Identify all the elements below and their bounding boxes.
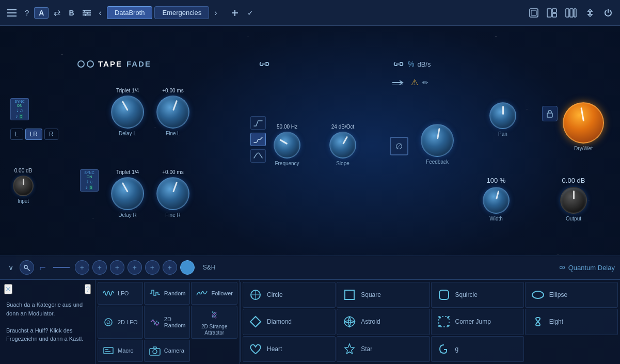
nav-forward-button[interactable]: › (211, 6, 220, 20)
drywet-label: Dry/Wet (574, 146, 593, 151)
help-close-button[interactable]: ✕ (4, 284, 12, 294)
help-question-button[interactable]: ? (85, 284, 91, 294)
shape-heart[interactable]: Heart (243, 336, 336, 362)
sync-block-top[interactable]: SYNC ON ♩ ♫ ♪ 5 (10, 98, 29, 120)
svg-rect-12 (531, 10, 536, 15)
mod-2dstrange[interactable]: 2D Strange Attractor (191, 306, 237, 339)
shape-square[interactable]: Square (337, 282, 430, 308)
random-label: Random (164, 290, 186, 296)
shape-cornerjump[interactable]: Corner Jump (431, 309, 524, 335)
mod-camera[interactable]: Camera (144, 340, 190, 362)
astroid-label: Astroid (361, 318, 380, 325)
delay-l-value: Triplet 1/4 (116, 88, 139, 93)
mode-b-button[interactable]: B (66, 7, 77, 19)
lr-buttons: L LR R (10, 129, 58, 140)
shape-squircle[interactable]: Squircle (431, 282, 524, 308)
output-group: 0.00 dB Output (560, 176, 587, 221)
shape-diamond[interactable]: Diamond (243, 309, 336, 335)
chevron-down-button[interactable]: ∨ (5, 261, 17, 274)
tab-emergencies[interactable]: Emergencies (154, 6, 209, 19)
circle-2 (87, 60, 94, 68)
filter-highpass-btn[interactable] (250, 116, 266, 130)
help-text-2: Brauchst a Hülf? Klick des Frogezeichn u… (6, 326, 89, 343)
delay-l-knob[interactable] (111, 96, 144, 129)
tape-fade-header: TAPE FADE (77, 59, 151, 68)
frequency-knob[interactable] (274, 132, 300, 159)
width-container: Width (483, 187, 510, 221)
layout2-button[interactable] (544, 6, 560, 20)
key-button[interactable] (20, 260, 34, 275)
nav-back-button[interactable]: ‹ (96, 6, 105, 20)
l-button[interactable]: L (10, 129, 23, 140)
star-label: Star (361, 345, 372, 353)
slope-value: 24 dB/Oct (331, 124, 354, 130)
drywet-knob[interactable] (563, 102, 604, 144)
input-knob[interactable] (13, 176, 34, 196)
menu-button[interactable] (4, 7, 20, 19)
move-button[interactable] (582, 6, 598, 20)
delay-r-knob[interactable] (111, 177, 144, 210)
tape-word: TAPE (98, 59, 122, 68)
fine-l-knob[interactable] (156, 96, 189, 129)
shape-star[interactable]: Star (337, 336, 430, 362)
delay-r-value: Triplet 1/4 (116, 169, 139, 175)
square-label: Square (361, 291, 381, 298)
phase-button[interactable]: ∅ (390, 137, 408, 155)
help-toolbar-button[interactable]: ? (22, 6, 32, 19)
mod-macro[interactable]: Macro (98, 340, 143, 362)
delay-r-label: Delay R (118, 212, 137, 218)
sync-block-bottom[interactable]: SYNC ON ♩ ♫ ♪ 5 (80, 169, 99, 192)
add-mod-2[interactable]: + (92, 260, 107, 275)
note-icon-2: ♫ (20, 108, 23, 113)
shape-ellipse[interactable]: Ellipse (525, 282, 618, 308)
input-label: Input (18, 198, 29, 204)
percent-icon: % (408, 60, 414, 68)
power-button[interactable] (600, 6, 616, 20)
snh-circle[interactable] (180, 260, 195, 275)
width-knob[interactable] (483, 187, 510, 214)
checkmark-button[interactable]: ✓ (244, 7, 257, 19)
slope-knob[interactable] (329, 132, 356, 159)
svg-rect-0 (7, 9, 17, 10)
mod-lfo[interactable]: LFO (98, 282, 143, 305)
fine-r-knob[interactable] (156, 177, 189, 210)
mod-follower[interactable]: Follower (191, 282, 237, 305)
add-mod-5[interactable]: + (145, 260, 160, 275)
filter-bell-btn[interactable] (250, 149, 266, 163)
shape-astroid[interactable]: Astroid (337, 309, 430, 335)
r-button[interactable]: R (44, 129, 58, 140)
output-knob[interactable] (560, 187, 587, 214)
add-track-button[interactable] (228, 7, 242, 19)
mod-2dlfo[interactable]: 2D LFO (98, 306, 143, 339)
lock-button[interactable] (542, 106, 558, 121)
pan-label: Pan (498, 131, 507, 137)
sync-top-group: SYNC ON ♩ ♫ ♪ 5 (10, 98, 58, 120)
add-mod-4[interactable]: + (128, 260, 142, 275)
layout1-button[interactable] (526, 6, 542, 20)
add-mod-3[interactable]: + (110, 260, 124, 275)
arrows-button[interactable]: ⇄ (51, 6, 63, 20)
filter-shelf-btn[interactable] (250, 133, 266, 146)
mode-a-button[interactable]: A (34, 7, 49, 19)
feedback-knob[interactable] (421, 124, 454, 157)
ellipse-shape-icon (531, 288, 545, 302)
layout3-button[interactable] (562, 6, 580, 20)
link-icon[interactable] (258, 59, 271, 71)
add-mod-1[interactable]: + (75, 260, 89, 275)
left-controls: SYNC ON ♩ ♫ ♪ 5 L LR R (10, 67, 58, 140)
svg-rect-11 (530, 9, 538, 17)
tab-databroth[interactable]: DataBroth (107, 6, 153, 19)
mod-random[interactable]: Random (144, 282, 190, 305)
shape-circle[interactable]: Circle (243, 282, 336, 308)
shape-g[interactable]: g (431, 336, 524, 362)
fine-l-value: +0.00 ms (162, 88, 183, 93)
shape-eight[interactable]: Eight (525, 309, 618, 335)
diamond-shape-icon (248, 314, 263, 329)
mod-2drandom[interactable]: 2D Random (144, 306, 190, 339)
svg-rect-3 (83, 10, 91, 11)
pan-knob[interactable] (489, 102, 516, 129)
settings-button[interactable] (80, 7, 94, 19)
lr-button[interactable]: LR (25, 129, 42, 140)
svg-line-23 (27, 268, 30, 271)
add-mod-6[interactable]: + (163, 260, 177, 275)
